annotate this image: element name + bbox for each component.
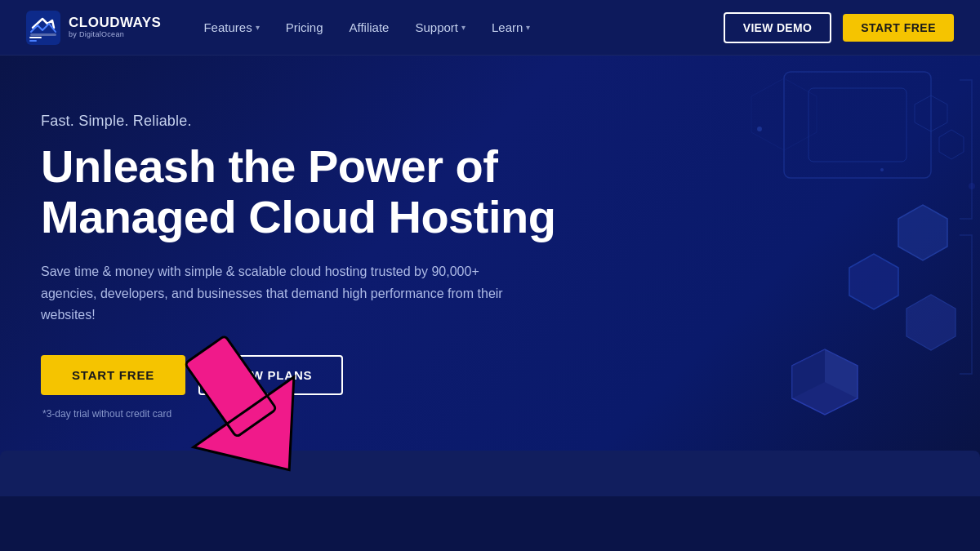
hero-description: Save time & money with simple & scalable…: [41, 261, 514, 326]
svg-marker-11: [825, 349, 858, 398]
hero-title-line2: Managed Cloud Hosting: [41, 191, 555, 242]
svg-marker-6: [898, 205, 947, 260]
svg-marker-13: [939, 130, 964, 159]
hero-title: Unleash the Power of Managed Cloud Hosti…: [41, 141, 555, 242]
svg-point-15: [880, 168, 884, 171]
nav-support-label: Support: [415, 20, 458, 34]
svg-rect-0: [26, 11, 60, 45]
nav-learn-label: Learn: [492, 20, 523, 34]
svg-marker-17: [751, 78, 817, 150]
start-free-hero-button[interactable]: START FREE: [41, 355, 185, 395]
svg-marker-8: [906, 295, 956, 350]
svg-point-14: [757, 127, 762, 131]
features-chevron-icon: ▾: [256, 23, 260, 32]
svg-point-16: [969, 183, 975, 189]
logo-text: CLOUDWAYS by DigitalOcean: [69, 16, 161, 39]
nav-support[interactable]: Support ▾: [405, 14, 475, 41]
hero-tagline: Fast. Simple. Reliable.: [41, 113, 555, 130]
view-demo-button[interactable]: VIEW DEMO: [724, 12, 831, 43]
start-free-nav-button[interactable]: START FREE: [843, 14, 954, 42]
logo-icon: [26, 11, 60, 45]
hero-title-line1: Unleash the Power of: [41, 140, 497, 192]
svg-marker-12: [915, 96, 947, 131]
nav-right: VIEW DEMO START FREE: [724, 12, 954, 43]
hero-buttons: START FREE VIEW PLANS: [41, 355, 555, 395]
nav-affiliate[interactable]: Affiliate: [340, 14, 399, 41]
hero-section: Fast. Simple. Reliable. Unleash the Powe…: [0, 56, 980, 496]
nav-affiliate-label: Affiliate: [350, 20, 390, 34]
support-chevron-icon: ▾: [461, 23, 466, 32]
bottom-bar: [0, 451, 980, 496]
logo[interactable]: CLOUDWAYS by DigitalOcean: [26, 11, 161, 45]
hero-content: Fast. Simple. Reliable. Unleash the Powe…: [41, 104, 555, 420]
navbar: CLOUDWAYS by DigitalOcean Features ▾ Pri…: [0, 0, 980, 56]
svg-marker-7: [849, 254, 898, 309]
nav-links: Features ▾ Pricing Affiliate Support ▾ L…: [194, 14, 540, 41]
svg-rect-1: [30, 33, 56, 36]
logo-brand: CLOUDWAYS: [69, 16, 161, 31]
nav-pricing-label: Pricing: [286, 20, 323, 34]
logo-subbrand: by DigitalOcean: [69, 31, 161, 39]
view-plans-button[interactable]: VIEW PLANS: [198, 355, 343, 395]
svg-marker-9: [792, 349, 858, 415]
svg-rect-4: [784, 72, 931, 178]
nav-features-label: Features: [203, 20, 252, 34]
nav-learn[interactable]: Learn ▾: [482, 14, 540, 41]
svg-rect-5: [808, 88, 906, 162]
hero-background-graphic: [506, 56, 980, 496]
nav-features[interactable]: Features ▾: [194, 14, 269, 41]
nav-pricing[interactable]: Pricing: [276, 14, 333, 41]
trial-note: *3-day trial without credit card: [42, 408, 555, 420]
svg-marker-10: [792, 349, 825, 398]
nav-left: CLOUDWAYS by DigitalOcean Features ▾ Pri…: [26, 11, 540, 45]
learn-chevron-icon: ▾: [526, 23, 530, 32]
